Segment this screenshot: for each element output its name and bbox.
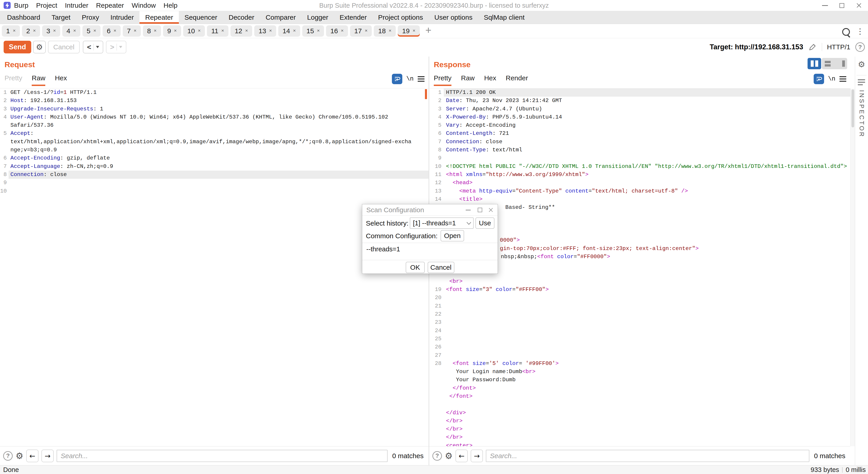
code-line[interactable]: 22 xyxy=(429,310,850,318)
close-tab-icon[interactable]: × xyxy=(73,28,76,33)
tab-sequencer[interactable]: Sequencer xyxy=(179,11,223,24)
repeater-tab-15[interactable]: 15× xyxy=(302,25,324,37)
code-line[interactable]: 11<html xmlns="http://www.w3.org/1999/xh… xyxy=(429,171,850,179)
view-tab-pretty[interactable]: Pretty xyxy=(434,74,452,86)
code-line[interactable]: 2Host: 192.168.31.153 xyxy=(0,97,429,105)
cancel-button[interactable]: Cancel xyxy=(48,41,80,54)
repeater-tab-9[interactable]: 9× xyxy=(163,25,181,37)
code-line[interactable]: 1HTTP/1.1 200 OK xyxy=(429,89,850,97)
history-select[interactable]: [1] --threads=1 xyxy=(410,217,474,229)
response-scrollbar[interactable] xyxy=(850,89,855,446)
code-line[interactable]: 7Connection: close xyxy=(429,138,850,146)
layout-single-button[interactable] xyxy=(833,58,847,69)
response-search-input[interactable] xyxy=(486,450,809,462)
help-icon[interactable]: ? xyxy=(855,42,865,52)
search-next-button[interactable]: → xyxy=(471,449,483,462)
inspector-list-icon[interactable] xyxy=(858,79,865,85)
repeater-tab-3[interactable]: 3× xyxy=(42,25,60,37)
repeater-tab-7[interactable]: 7× xyxy=(123,25,141,37)
close-tab-icon[interactable]: × xyxy=(114,28,116,33)
close-tab-icon[interactable]: × xyxy=(174,28,177,33)
close-tab-icon[interactable]: × xyxy=(93,28,96,33)
code-line[interactable]: </font> xyxy=(429,384,850,392)
close-tab-icon[interactable]: × xyxy=(293,28,296,33)
code-line[interactable]: 13 <meta http-equiv="Content-Type" conte… xyxy=(429,187,850,195)
dialog-cancel-button[interactable]: Cancel xyxy=(428,262,454,273)
config-text[interactable]: --threads=1 xyxy=(366,245,400,253)
code-line[interactable]: 20 xyxy=(429,294,850,302)
window-minimize-button[interactable] xyxy=(820,0,830,11)
close-tab-icon[interactable]: × xyxy=(413,28,415,33)
tab-decoder[interactable]: Decoder xyxy=(223,11,260,24)
repeater-tab-2[interactable]: 2× xyxy=(22,25,40,37)
code-line[interactable]: 27 xyxy=(429,351,850,360)
code-line[interactable]: 8Content-Type: text/html xyxy=(429,146,850,154)
repeater-tab-10[interactable]: 10× xyxy=(183,25,205,37)
back-dropdown-icon[interactable] xyxy=(96,46,99,48)
view-tab-raw[interactable]: Raw xyxy=(32,74,45,86)
code-line[interactable]: 10<!DOCTYPE html PUBLIC "-//W3C//DTD XHT… xyxy=(429,163,850,171)
editor-menu-icon[interactable] xyxy=(839,76,846,82)
menu-burp[interactable]: Burp xyxy=(14,2,28,9)
code-line[interactable]: 5Vary: Accept-Encoding xyxy=(429,121,850,129)
tab-extender[interactable]: Extender xyxy=(334,11,372,24)
code-line[interactable]: 10 xyxy=(0,187,429,195)
add-tab-button[interactable]: + xyxy=(425,24,432,36)
code-line[interactable]: 6Content-Length: 721 xyxy=(429,129,850,138)
repeater-tab-19[interactable]: 19× xyxy=(398,25,420,37)
view-tab-hex[interactable]: Hex xyxy=(55,74,67,86)
code-line[interactable]: </br> xyxy=(429,417,850,425)
close-tab-icon[interactable]: × xyxy=(198,28,200,33)
search-settings-gear-icon[interactable]: ⚙ xyxy=(445,451,453,461)
code-line[interactable]: 4User-Agent: Mozilla/5.0 (Windows NT 10.… xyxy=(0,113,429,121)
code-line[interactable]: 7Accept-Language: zh-CN,zh;q=0.9 xyxy=(0,163,429,171)
show-newlines-icon[interactable]: \n xyxy=(828,75,835,82)
code-line[interactable]: </font> xyxy=(429,392,850,401)
request-search-input[interactable] xyxy=(57,450,388,462)
code-line[interactable]: 12 <head> xyxy=(429,179,850,187)
code-line[interactable]: </div> xyxy=(429,409,850,417)
code-line[interactable]: Safari/537.36 xyxy=(0,121,429,129)
dialog-close-icon[interactable] xyxy=(486,204,495,215)
code-line[interactable]: 21 xyxy=(429,302,850,310)
dialog-title-bar[interactable]: Scan Configuration xyxy=(362,204,498,215)
repeater-tab-18[interactable]: 18× xyxy=(374,25,396,37)
view-tab-render[interactable]: Render xyxy=(506,74,528,86)
close-tab-icon[interactable]: × xyxy=(245,28,248,33)
menu-intruder[interactable]: Intruder xyxy=(65,2,88,9)
code-line[interactable]: 1GET /Less-1/?id=1 HTTP/1.1 xyxy=(0,89,429,97)
repeater-tab-4[interactable]: 4× xyxy=(62,25,81,37)
code-line[interactable]: <br> xyxy=(429,277,850,285)
code-line[interactable]: 9 xyxy=(429,154,850,162)
code-line[interactable]: 14 <title> xyxy=(429,195,850,203)
dialog-maximize-button[interactable] xyxy=(475,204,485,215)
repeater-tab-1[interactable]: 1× xyxy=(2,25,20,37)
repeater-tab-12[interactable]: 12× xyxy=(230,25,252,37)
editor-menu-icon[interactable] xyxy=(418,76,425,82)
menu-repeater[interactable]: Repeater xyxy=(96,2,124,9)
search-prev-button[interactable]: ← xyxy=(456,449,468,462)
tab-logger[interactable]: Logger xyxy=(302,11,334,24)
code-line[interactable]: 3Server: Apache/2.4.7 (Ubuntu) xyxy=(429,105,850,113)
word-wrap-icon[interactable] xyxy=(814,74,824,84)
code-line[interactable]: Your Password:Dumb xyxy=(429,376,850,384)
code-line[interactable]: 3Upgrade-Insecure-Requests: 1 xyxy=(0,105,429,113)
help-icon[interactable]: ? xyxy=(3,451,13,461)
history-back-button[interactable]: < xyxy=(83,41,103,54)
window-close-button[interactable] xyxy=(855,0,864,11)
layout-rows-button[interactable] xyxy=(822,58,833,69)
open-button[interactable]: Open xyxy=(440,230,464,241)
close-tab-icon[interactable]: × xyxy=(389,28,392,33)
history-forward-button[interactable]: > xyxy=(106,41,126,54)
close-tab-icon[interactable]: × xyxy=(154,28,156,33)
view-tab-raw[interactable]: Raw xyxy=(461,74,474,86)
code-line[interactable]: 24 xyxy=(429,327,850,335)
search-settings-gear-icon[interactable]: ⚙ xyxy=(16,451,23,461)
show-newlines-icon[interactable]: \n xyxy=(406,75,414,82)
window-restore-button[interactable] xyxy=(837,0,846,11)
dialog-minimize-button[interactable] xyxy=(464,204,473,215)
code-line[interactable]: </br> xyxy=(429,425,850,433)
code-line[interactable]: 5Accept: xyxy=(0,129,429,138)
repeater-tab-16[interactable]: 16× xyxy=(326,25,348,37)
kebab-menu-icon[interactable]: ⋮ xyxy=(856,27,864,36)
